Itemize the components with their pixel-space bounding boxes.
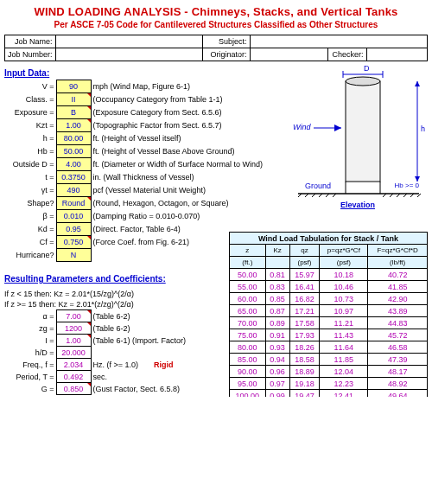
tab-cell: 50.00: [230, 269, 266, 281]
result-value: 0.850: [56, 383, 91, 395]
input-desc: ft. (Height of Vessel itself): [91, 132, 264, 145]
input-label: γt =: [4, 184, 56, 197]
result-desc: Hz. (f >= 1.0)Rigid: [91, 359, 187, 371]
tab-cell: 10.46: [320, 281, 368, 293]
tab-cell: 12.04: [320, 366, 368, 378]
page-subtitle: Per ASCE 7-05 Code for Cantilevered Stru…: [4, 18, 428, 35]
tab-cell: 48.92: [368, 378, 428, 390]
input-desc: pcf (Vessel Material Unit Weight): [91, 184, 264, 197]
tab-cell: 18.89: [289, 366, 320, 378]
input-value[interactable]: N: [56, 249, 91, 262]
input-value[interactable]: II: [56, 93, 91, 106]
tab-col-header: F=qz*G*Cf*D: [368, 245, 428, 257]
tab-cell: 0.91: [265, 329, 289, 341]
tab-title: Wind Load Tabulation for Stack / Tank: [230, 233, 428, 245]
input-value[interactable]: 90: [56, 80, 91, 93]
input-label: V =: [4, 80, 56, 93]
tab-cell: 11.64: [320, 341, 368, 354]
inputs-table: V =90mph (Wind Map, Figure 6-1)Class. =I…: [4, 80, 264, 262]
tab-col-header: p=qz*G*Cf: [320, 245, 368, 257]
tab-cell: 55.00: [230, 281, 266, 293]
tab-cell: 11.85: [320, 354, 368, 366]
tab-cell: 18.58: [289, 354, 320, 366]
originator-label: Originator:: [202, 48, 250, 61]
tab-cell: 16.82: [289, 293, 320, 305]
job-name-label: Job Name:: [5, 35, 56, 48]
input-value[interactable]: 0.95: [56, 223, 91, 236]
input-label: Kd =: [4, 223, 56, 236]
results-table: α =7.00(Table 6-2)zg =1200(Table 6-2)I =…: [4, 309, 187, 395]
elevation-svg: [289, 67, 426, 197]
tab-cell: 60.00: [230, 293, 266, 305]
tab-cell: 49.64: [368, 390, 428, 398]
tab-cell: 0.87: [265, 305, 289, 317]
result-label: α =: [4, 310, 56, 322]
elevation-diagram: D Wind h Hb >= 0 Ground: [289, 64, 426, 211]
tab-cell: 70.00: [230, 317, 266, 329]
input-label: Kzt =: [4, 119, 56, 132]
input-desc: (Topographic Factor from Sect. 6.5.7): [91, 119, 264, 132]
tab-cell: 15.97: [289, 269, 320, 281]
input-desc: ft. (Diameter or Width of Surface Normal…: [91, 158, 264, 171]
input-value[interactable]: 80.00: [56, 132, 91, 145]
input-desc: (Exposure Category from Sect. 6.5.6): [91, 106, 264, 119]
tab-col-header: z: [230, 245, 266, 257]
tab-cell: 0.83: [265, 281, 289, 293]
job-name-field[interactable]: [55, 35, 202, 48]
result-label: h/D =: [4, 347, 56, 359]
result-desc: (Gust Factor, Sect. 6.5.8): [91, 383, 187, 395]
tab-cell: 46.58: [368, 341, 428, 354]
input-value[interactable]: 0.750: [56, 236, 91, 249]
tab-cell: 80.00: [230, 341, 266, 354]
tab-cell: 18.26: [289, 341, 320, 354]
tab-col-unit: [265, 257, 289, 269]
subject-label: Subject:: [202, 35, 250, 48]
tab-cell: 40.72: [368, 269, 428, 281]
tab-cell: 0.85: [265, 293, 289, 305]
input-value[interactable]: 1.00: [56, 119, 91, 132]
result-label: Period, T =: [4, 371, 56, 383]
input-label: Shape?: [4, 197, 56, 210]
job-number-field[interactable]: [55, 48, 202, 61]
tab-cell: 85.00: [230, 354, 266, 366]
input-value[interactable]: 0.010: [56, 210, 91, 223]
input-value[interactable]: B: [56, 106, 91, 119]
job-number-label: Job Number:: [5, 48, 56, 61]
input-value[interactable]: 4.00: [56, 158, 91, 171]
tab-cell: 19.47: [289, 390, 320, 398]
checker-label: Checker:: [327, 48, 366, 61]
checker-field[interactable]: [366, 48, 427, 61]
tab-cell: 48.17: [368, 366, 428, 378]
tab-cell: 11.43: [320, 329, 368, 341]
input-desc: (Damping Ratio = 0.010-0.070): [91, 210, 264, 223]
result-desc: sec.: [91, 371, 187, 383]
tab-cell: 17.93: [289, 329, 320, 341]
input-label: Exposure =: [4, 106, 56, 119]
tab-cell: 0.97: [265, 378, 289, 390]
input-value[interactable]: 490: [56, 184, 91, 197]
subject-field[interactable]: [250, 35, 427, 48]
tab-cell: 43.89: [368, 305, 428, 317]
result-desc: [91, 347, 187, 359]
result-value: 20.000: [56, 347, 91, 359]
svg-point-4: [346, 77, 380, 86]
result-label: G =: [4, 383, 56, 395]
tab-col-unit: (lb/ft): [368, 257, 428, 269]
input-value[interactable]: 50.00: [56, 145, 91, 158]
originator-field[interactable]: [250, 48, 327, 61]
tabulation-table: Wind Load Tabulation for Stack / TankzKz…: [229, 232, 428, 397]
tab-cell: 41.85: [368, 281, 428, 293]
input-label: Outside D =: [4, 158, 56, 171]
input-value[interactable]: 0.3750: [56, 171, 91, 184]
tab-cell: 100.00: [230, 390, 266, 398]
tab-col-header: qz: [289, 245, 320, 257]
result-value: 1200: [56, 322, 91, 335]
tab-cell: 0.89: [265, 317, 289, 329]
tab-cell: 0.81: [265, 269, 289, 281]
tab-cell: 90.00: [230, 366, 266, 378]
input-label: Cf =: [4, 236, 56, 249]
tab-col-unit: (ft.): [230, 257, 266, 269]
tab-cell: 0.93: [265, 341, 289, 354]
result-label: I =: [4, 335, 56, 347]
input-value[interactable]: Round: [56, 197, 91, 210]
